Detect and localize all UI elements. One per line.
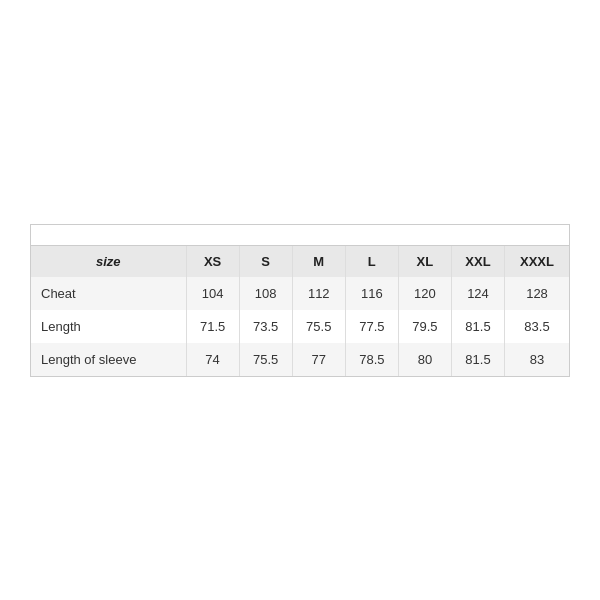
header-m: M [292, 246, 345, 277]
cell-1-0: 71.5 [186, 310, 239, 343]
size-label-header: size [31, 246, 186, 277]
header-xxl: XXL [451, 246, 504, 277]
cell-2-1: 75.5 [239, 343, 292, 376]
cell-2-5: 81.5 [451, 343, 504, 376]
table-header-row: sizeXSSMLXLXXLXXXL [31, 246, 569, 277]
header-l: L [345, 246, 398, 277]
header-xxxl: XXXL [505, 246, 569, 277]
row-label-2: Length of sleeve [31, 343, 186, 376]
cell-0-0: 104 [186, 277, 239, 310]
header-xs: XS [186, 246, 239, 277]
size-table: sizeXSSMLXLXXLXXXL Cheat1041081121161201… [31, 246, 569, 376]
table-body: Cheat104108112116120124128Length71.573.5… [31, 277, 569, 376]
cell-2-6: 83 [505, 343, 569, 376]
cell-0-6: 128 [505, 277, 569, 310]
cell-0-4: 120 [398, 277, 451, 310]
table-title [31, 225, 569, 246]
cell-2-4: 80 [398, 343, 451, 376]
header-s: S [239, 246, 292, 277]
cell-1-2: 75.5 [292, 310, 345, 343]
cell-1-1: 73.5 [239, 310, 292, 343]
cell-1-5: 81.5 [451, 310, 504, 343]
cell-0-1: 108 [239, 277, 292, 310]
table-row: Length of sleeve7475.57778.58081.583 [31, 343, 569, 376]
header-xl: XL [398, 246, 451, 277]
cell-1-4: 79.5 [398, 310, 451, 343]
cell-1-3: 77.5 [345, 310, 398, 343]
row-label-1: Length [31, 310, 186, 343]
table-row: Length71.573.575.577.579.581.583.5 [31, 310, 569, 343]
cell-0-2: 112 [292, 277, 345, 310]
row-label-0: Cheat [31, 277, 186, 310]
cell-2-0: 74 [186, 343, 239, 376]
cell-0-3: 116 [345, 277, 398, 310]
cell-2-3: 78.5 [345, 343, 398, 376]
cell-1-6: 83.5 [505, 310, 569, 343]
cell-0-5: 124 [451, 277, 504, 310]
size-chart-container: sizeXSSMLXLXXLXXXL Cheat1041081121161201… [30, 224, 570, 377]
cell-2-2: 77 [292, 343, 345, 376]
table-row: Cheat104108112116120124128 [31, 277, 569, 310]
